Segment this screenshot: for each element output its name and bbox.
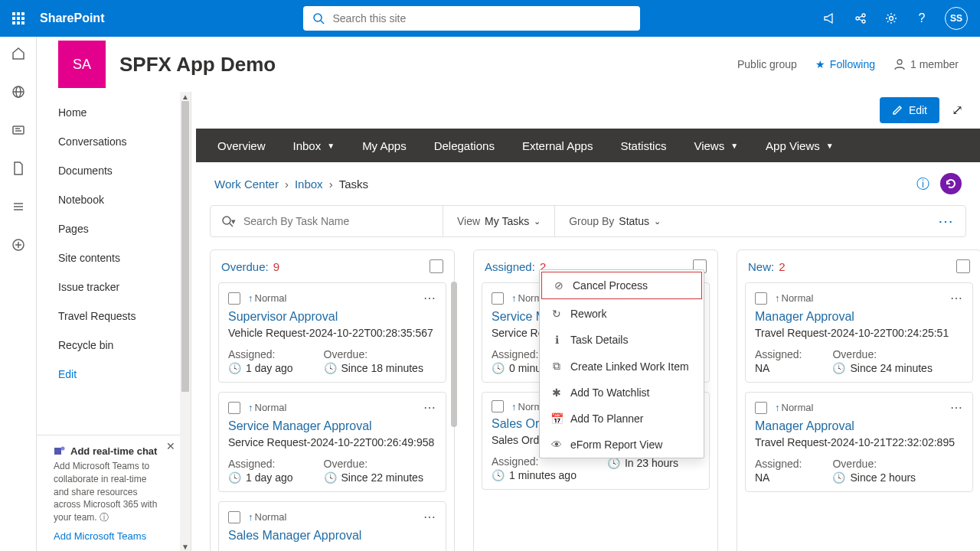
clock-icon: 🕓 — [228, 362, 241, 374]
column-scrollbar[interactable] — [450, 277, 458, 551]
news-icon[interactable] — [11, 122, 26, 138]
nav-notebook[interactable]: Notebook — [37, 185, 191, 214]
site-search[interactable] — [303, 6, 640, 31]
nav-edit[interactable]: Edit — [37, 360, 191, 389]
nav-recycle-bin[interactable]: Recycle bin — [37, 331, 191, 360]
refresh-button[interactable] — [940, 173, 962, 194]
nav-travel-requests[interactable]: Travel Requests — [37, 302, 191, 331]
column-checkbox[interactable] — [956, 259, 970, 273]
breadcrumb-work-center[interactable]: Work Center — [214, 178, 279, 191]
ctx-cancel-process[interactable]: ⊘Cancel Process — [541, 272, 702, 299]
nav-site-contents[interactable]: Site contents — [37, 243, 191, 272]
scroll-up-icon[interactable]: ▲ — [181, 93, 189, 100]
card-checkbox[interactable] — [492, 292, 504, 305]
info-icon[interactable]: ⓘ — [100, 512, 109, 523]
scroll-down-icon[interactable]: ▼ — [181, 543, 189, 550]
card-checkbox[interactable] — [228, 292, 240, 305]
card-title[interactable]: Manager Approval — [755, 310, 963, 324]
card-title[interactable]: Manager Approval — [755, 419, 963, 433]
task-search-input[interactable] — [243, 215, 432, 227]
ctx-rework[interactable]: ↻Rework — [540, 301, 704, 327]
ctx-task-details[interactable]: ℹTask Details — [540, 327, 704, 353]
card-checkbox[interactable] — [228, 511, 240, 523]
task-card[interactable]: ↑ Normal ⋯ Supervisor Approval Vehicle R… — [218, 282, 446, 383]
megaphone-icon[interactable] — [822, 11, 838, 26]
file-icon[interactable] — [11, 161, 26, 176]
share-icon[interactable] — [853, 11, 868, 26]
chevron-down-icon: ▼ — [327, 142, 335, 150]
view-selector[interactable]: View My Tasks ⌄ — [443, 206, 555, 236]
ctx-create-linked[interactable]: ⧉Create Linked Work Item — [540, 353, 704, 380]
expand-icon[interactable]: ⤢ — [952, 102, 963, 119]
settings-icon[interactable] — [884, 11, 899, 26]
list-icon[interactable] — [11, 199, 26, 214]
visibility-label: Public group — [737, 58, 797, 70]
tab-statistics[interactable]: Statistics — [611, 129, 675, 162]
chevron-right-icon: › — [329, 178, 333, 191]
scroll-thumb[interactable] — [181, 101, 189, 392]
search-input[interactable] — [332, 12, 631, 24]
card-more[interactable]: ⋯ — [950, 291, 963, 305]
more-actions[interactable]: ⋯ — [926, 212, 965, 230]
chevron-down-icon[interactable]: ▾ — [231, 217, 236, 227]
tab-delegations[interactable]: Delegations — [425, 129, 504, 162]
following-toggle[interactable]: ★ Following — [815, 58, 875, 70]
card-checkbox[interactable] — [755, 292, 767, 305]
ctx-add-watchlist[interactable]: ✱Add To Watchlist — [540, 380, 704, 406]
link-icon: ⧉ — [550, 360, 563, 373]
card-checkbox[interactable] — [228, 402, 240, 414]
card-checkbox[interactable] — [755, 402, 767, 414]
ctx-add-planner[interactable]: 📅Add To Planner — [540, 406, 704, 432]
person-icon — [893, 58, 906, 70]
task-search[interactable]: ▾ — [211, 206, 443, 236]
tab-external[interactable]: External Apps — [513, 129, 603, 162]
globe-icon[interactable] — [11, 84, 26, 99]
info-icon[interactable]: ⓘ — [916, 175, 929, 193]
site-logo[interactable]: SA — [58, 41, 106, 88]
user-avatar[interactable]: SS — [945, 7, 968, 30]
ctx-eform-report[interactable]: 👁eForm Report View — [540, 432, 704, 458]
tab-myapps[interactable]: My Apps — [353, 129, 416, 162]
card-more[interactable]: ⋯ — [950, 400, 963, 415]
card-title[interactable]: Service Manager Approval — [228, 419, 436, 433]
chat-promo-panel: ✕ Add real-time chat Add Microsoft Teams… — [37, 435, 180, 551]
chevron-down-icon: ▼ — [826, 142, 834, 150]
brand-label[interactable]: SharePoint — [40, 11, 104, 25]
nav-documents[interactable]: Documents — [37, 156, 191, 185]
task-card[interactable]: ↑ Normal ⋯ Manager Approval Travel Reque… — [745, 392, 973, 492]
nav-issue-tracker[interactable]: Issue tracker — [37, 272, 191, 302]
card-more[interactable]: ⋯ — [423, 400, 436, 415]
nav-home[interactable]: Home — [37, 98, 191, 127]
card-title[interactable]: Supervisor Approval — [228, 310, 436, 324]
task-card[interactable]: ↑ Normal ⋯ Service Manager Approval Serv… — [218, 392, 446, 492]
home-icon[interactable] — [11, 46, 26, 61]
card-title[interactable]: Sales Manager Approval — [228, 529, 436, 543]
tab-appviews[interactable]: App Views▼ — [756, 129, 843, 162]
column-checkbox[interactable] — [430, 259, 443, 273]
teams-icon — [54, 445, 66, 457]
members-link[interactable]: 1 member — [893, 58, 959, 70]
nav-conversations[interactable]: Conversations — [37, 127, 191, 156]
close-icon[interactable]: ✕ — [166, 440, 175, 452]
task-card[interactable]: ↑ Normal ⋯ Sales Manager Approval — [218, 501, 446, 551]
edit-page-button[interactable]: Edit — [880, 97, 939, 123]
tab-views[interactable]: Views▼ — [684, 129, 747, 162]
card-more[interactable]: ⋯ — [423, 291, 436, 305]
app-launcher[interactable] — [0, 0, 37, 37]
help-icon[interactable]: ? — [914, 11, 929, 26]
breadcrumb-inbox[interactable]: Inbox — [295, 178, 323, 191]
nav-scrollbar[interactable]: ▲ ▼ — [180, 92, 191, 551]
groupby-selector[interactable]: Group By Status ⌄ — [555, 206, 675, 236]
task-card[interactable]: ↑ Normal ⋯ Manager Approval Travel Reque… — [745, 282, 973, 383]
clock-icon: 🕓 — [492, 362, 505, 374]
card-more[interactable]: ⋯ — [423, 510, 436, 524]
tab-inbox[interactable]: Inbox▼ — [284, 129, 345, 162]
left-app-rail — [0, 37, 37, 551]
clock-icon: 🕓 — [607, 457, 620, 469]
add-teams-link[interactable]: Add Microsoft Teams — [54, 530, 163, 542]
watch-icon: ✱ — [550, 386, 563, 399]
nav-pages[interactable]: Pages — [37, 214, 191, 243]
tab-overview[interactable]: Overview — [208, 129, 275, 162]
card-checkbox[interactable] — [492, 400, 504, 412]
add-icon[interactable] — [11, 237, 26, 253]
